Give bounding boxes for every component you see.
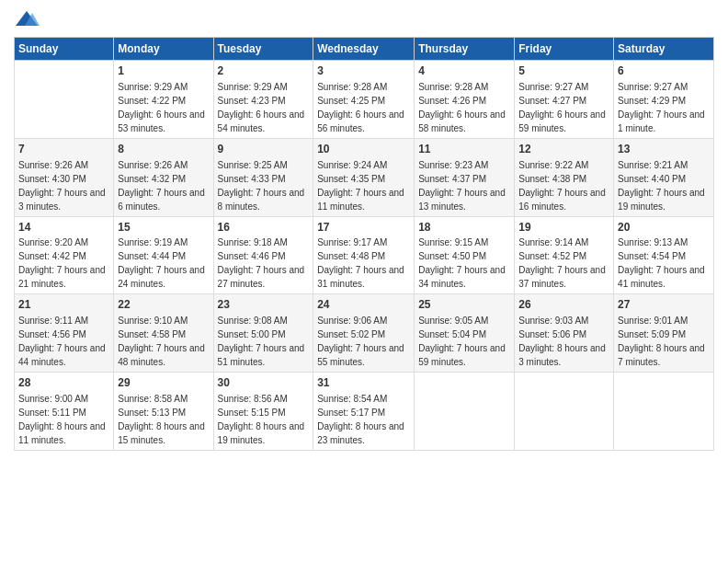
day-number: 14 (18, 220, 109, 236)
cell-3-1: 14Sunrise: 9:20 AMSunset: 4:42 PMDayligh… (15, 216, 114, 294)
cell-1-2: 1Sunrise: 9:29 AMSunset: 4:22 PMDaylight… (114, 61, 213, 139)
cell-5-3: 30Sunrise: 8:56 AMSunset: 5:15 PMDayligh… (213, 373, 313, 451)
day-number: 27 (618, 297, 710, 313)
calendar-table: SundayMondayTuesdayWednesdayThursdayFrid… (14, 37, 714, 451)
cell-5-6 (515, 373, 614, 451)
day-number: 30 (218, 375, 310, 391)
col-header-monday: Monday (114, 38, 213, 61)
cell-4-5: 25Sunrise: 9:05 AMSunset: 5:04 PMDayligh… (415, 294, 515, 373)
cell-1-6: 5Sunrise: 9:27 AMSunset: 4:27 PMDaylight… (515, 61, 614, 139)
cell-2-7: 13Sunrise: 9:21 AMSunset: 4:40 PMDayligh… (614, 138, 714, 216)
col-header-friday: Friday (515, 38, 614, 61)
col-header-saturday: Saturday (614, 38, 714, 61)
cell-3-5: 18Sunrise: 9:15 AMSunset: 4:50 PMDayligh… (415, 216, 515, 294)
cell-sunrise: Sunrise: 9:22 AMSunset: 4:38 PMDaylight:… (518, 160, 606, 212)
cell-sunrise: Sunrise: 9:24 AMSunset: 4:35 PMDaylight:… (317, 160, 404, 212)
cell-sunrise: Sunrise: 8:54 AMSunset: 5:17 PMDaylight:… (317, 394, 404, 445)
cell-4-2: 22Sunrise: 9:10 AMSunset: 4:58 PMDayligh… (114, 294, 213, 373)
cell-sunrise: Sunrise: 9:21 AMSunset: 4:40 PMDaylight:… (618, 160, 705, 212)
cell-2-2: 8Sunrise: 9:26 AMSunset: 4:32 PMDaylight… (114, 138, 213, 216)
cell-4-4: 24Sunrise: 9:06 AMSunset: 5:02 PMDayligh… (313, 294, 415, 373)
cell-2-6: 12Sunrise: 9:22 AMSunset: 4:38 PMDayligh… (515, 138, 614, 216)
col-header-wednesday: Wednesday (313, 38, 415, 61)
day-number: 7 (18, 142, 109, 157)
cell-1-4: 3Sunrise: 9:28 AMSunset: 4:25 PMDaylight… (313, 61, 415, 139)
cell-sunrise: Sunrise: 9:14 AMSunset: 4:52 PMDaylight:… (518, 237, 606, 289)
cell-1-3: 2Sunrise: 9:29 AMSunset: 4:23 PMDaylight… (213, 61, 313, 139)
cell-sunrise: Sunrise: 9:11 AMSunset: 4:56 PMDaylight:… (18, 316, 106, 367)
cell-sunrise: Sunrise: 9:27 AMSunset: 4:29 PMDaylight:… (618, 82, 705, 133)
day-number: 24 (317, 297, 410, 313)
cell-5-2: 29Sunrise: 8:58 AMSunset: 5:13 PMDayligh… (114, 373, 213, 451)
page-container: SundayMondayTuesdayWednesdayThursdayFrid… (0, 0, 728, 460)
day-number: 20 (618, 220, 710, 236)
day-number: 21 (18, 297, 109, 313)
cell-2-5: 11Sunrise: 9:23 AMSunset: 4:37 PMDayligh… (415, 138, 515, 216)
cell-2-4: 10Sunrise: 9:24 AMSunset: 4:35 PMDayligh… (313, 138, 415, 216)
cell-5-7 (614, 373, 714, 451)
cell-sunrise: Sunrise: 8:58 AMSunset: 5:13 PMDaylight:… (118, 394, 205, 445)
cell-1-5: 4Sunrise: 9:28 AMSunset: 4:26 PMDaylight… (415, 61, 515, 139)
cell-4-7: 27Sunrise: 9:01 AMSunset: 5:09 PMDayligh… (614, 294, 714, 373)
cell-2-3: 9Sunrise: 9:25 AMSunset: 4:33 PMDaylight… (213, 138, 313, 216)
cell-sunrise: Sunrise: 9:17 AMSunset: 4:48 PMDaylight:… (317, 237, 404, 289)
cell-4-3: 23Sunrise: 9:08 AMSunset: 5:00 PMDayligh… (213, 294, 313, 373)
cell-sunrise: Sunrise: 9:18 AMSunset: 4:46 PMDaylight:… (218, 237, 305, 289)
day-number: 4 (418, 63, 510, 79)
cell-5-5 (415, 373, 515, 451)
cell-sunrise: Sunrise: 8:56 AMSunset: 5:15 PMDaylight:… (218, 394, 305, 445)
cell-sunrise: Sunrise: 9:23 AMSunset: 4:37 PMDaylight:… (418, 160, 506, 212)
day-number: 15 (118, 220, 209, 236)
week-row-3: 14Sunrise: 9:20 AMSunset: 4:42 PMDayligh… (15, 216, 714, 294)
col-header-sunday: Sunday (15, 38, 114, 61)
day-number: 23 (218, 297, 310, 313)
cell-5-4: 31Sunrise: 8:54 AMSunset: 5:17 PMDayligh… (313, 373, 415, 451)
cell-sunrise: Sunrise: 9:01 AMSunset: 5:09 PMDaylight:… (618, 316, 705, 367)
day-number: 25 (418, 297, 510, 313)
cell-sunrise: Sunrise: 9:25 AMSunset: 4:33 PMDaylight:… (218, 160, 305, 212)
cell-3-4: 17Sunrise: 9:17 AMSunset: 4:48 PMDayligh… (313, 216, 415, 294)
day-number: 29 (118, 375, 209, 391)
cell-3-3: 16Sunrise: 9:18 AMSunset: 4:46 PMDayligh… (213, 216, 313, 294)
cell-5-1: 28Sunrise: 9:00 AMSunset: 5:11 PMDayligh… (15, 373, 114, 451)
cell-3-6: 19Sunrise: 9:14 AMSunset: 4:52 PMDayligh… (515, 216, 614, 294)
cell-sunrise: Sunrise: 9:03 AMSunset: 5:06 PMDaylight:… (518, 316, 606, 367)
cell-sunrise: Sunrise: 9:10 AMSunset: 4:58 PMDaylight:… (118, 316, 205, 367)
cell-3-2: 15Sunrise: 9:19 AMSunset: 4:44 PMDayligh… (114, 216, 213, 294)
week-row-2: 7Sunrise: 9:26 AMSunset: 4:30 PMDaylight… (15, 138, 714, 216)
day-number: 16 (218, 220, 310, 236)
day-number: 6 (618, 63, 710, 79)
day-number: 10 (317, 142, 410, 157)
cell-sunrise: Sunrise: 9:08 AMSunset: 5:00 PMDaylight:… (218, 316, 305, 367)
day-number: 28 (18, 375, 109, 391)
logo-icon (14, 9, 40, 29)
day-number: 18 (418, 220, 510, 236)
cell-sunrise: Sunrise: 9:20 AMSunset: 4:42 PMDaylight:… (18, 237, 106, 289)
cell-sunrise: Sunrise: 9:06 AMSunset: 5:02 PMDaylight:… (317, 316, 404, 367)
col-header-thursday: Thursday (415, 38, 515, 61)
day-number: 8 (118, 142, 209, 157)
day-number: 17 (317, 220, 410, 236)
logo (14, 9, 43, 29)
day-number: 12 (518, 142, 609, 157)
week-row-4: 21Sunrise: 9:11 AMSunset: 4:56 PMDayligh… (15, 294, 714, 373)
day-number: 2 (218, 63, 310, 79)
cell-sunrise: Sunrise: 9:29 AMSunset: 4:22 PMDaylight:… (118, 82, 205, 133)
day-number: 5 (518, 63, 609, 79)
cell-sunrise: Sunrise: 9:27 AMSunset: 4:27 PMDaylight:… (518, 82, 606, 133)
page-header (14, 9, 714, 29)
cell-1-1 (15, 61, 114, 139)
header-row: SundayMondayTuesdayWednesdayThursdayFrid… (15, 38, 714, 61)
day-number: 19 (518, 220, 609, 236)
cell-1-7: 6Sunrise: 9:27 AMSunset: 4:29 PMDaylight… (614, 61, 714, 139)
cell-sunrise: Sunrise: 9:15 AMSunset: 4:50 PMDaylight:… (418, 237, 506, 289)
cell-sunrise: Sunrise: 9:05 AMSunset: 5:04 PMDaylight:… (418, 316, 506, 367)
cell-3-7: 20Sunrise: 9:13 AMSunset: 4:54 PMDayligh… (614, 216, 714, 294)
cell-sunrise: Sunrise: 9:28 AMSunset: 4:26 PMDaylight:… (418, 82, 506, 133)
col-header-tuesday: Tuesday (213, 38, 313, 61)
week-row-1: 1Sunrise: 9:29 AMSunset: 4:22 PMDaylight… (15, 61, 714, 139)
cell-sunrise: Sunrise: 9:19 AMSunset: 4:44 PMDaylight:… (118, 237, 205, 289)
cell-2-1: 7Sunrise: 9:26 AMSunset: 4:30 PMDaylight… (15, 138, 114, 216)
day-number: 31 (317, 375, 410, 391)
cell-sunrise: Sunrise: 9:29 AMSunset: 4:23 PMDaylight:… (218, 82, 305, 133)
